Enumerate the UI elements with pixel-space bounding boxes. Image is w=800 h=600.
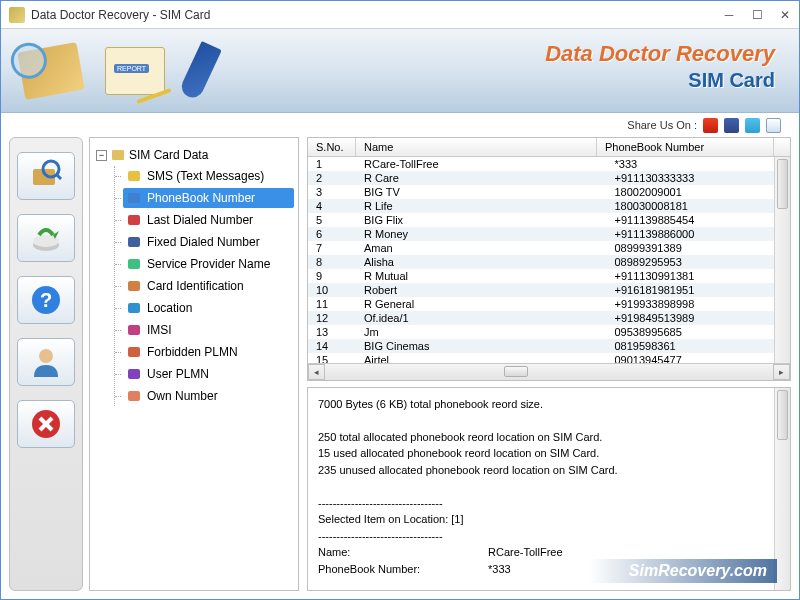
col-name[interactable]: Name	[356, 138, 597, 156]
table-row[interactable]: 13Jm09538995685	[308, 325, 790, 339]
cell-name: R General	[356, 297, 607, 311]
table-row[interactable]: 6R Money+911139886000	[308, 227, 790, 241]
cell-sno: 8	[308, 255, 356, 269]
cell-sno: 7	[308, 241, 356, 255]
footer-brand: SimRecovery.com	[589, 559, 777, 583]
tree-item-fixed[interactable]: Fixed Dialed Number	[123, 232, 294, 252]
export-button[interactable]	[17, 214, 75, 262]
cell-number: 08999391389	[607, 241, 791, 255]
tree-item-provider[interactable]: Service Provider Name	[123, 254, 294, 274]
googleplus-icon[interactable]	[703, 118, 718, 133]
tree-root[interactable]: − SIM Card Data	[94, 146, 294, 164]
minimize-button[interactable]: ─	[723, 9, 735, 21]
scroll-thumb[interactable]	[777, 390, 788, 440]
table-row[interactable]: 15Airtel09013945477	[308, 353, 790, 363]
help-button[interactable]: ?	[17, 276, 75, 324]
cell-number: 09538995685	[607, 325, 791, 339]
table-row[interactable]: 12Of.idea/1+919849513989	[308, 311, 790, 325]
banner-art	[21, 43, 211, 99]
cell-name: RCare-TollFree	[356, 157, 607, 171]
sim-icon	[111, 148, 125, 162]
banner: Data Doctor Recovery SIM Card	[1, 29, 799, 113]
cell-name: R Care	[356, 171, 607, 185]
tree-item-phonebook[interactable]: PhoneBook Number	[123, 188, 294, 208]
table-row[interactable]: 10Robert+916181981951	[308, 283, 790, 297]
table-row[interactable]: 2R Care+911130333333	[308, 171, 790, 185]
cell-sno: 14	[308, 339, 356, 353]
cell-sno: 13	[308, 325, 356, 339]
hscroll-thumb[interactable]	[504, 366, 528, 377]
imsi-icon	[127, 323, 141, 337]
search-sim-button[interactable]	[17, 152, 75, 200]
detail-selected: Selected Item on Location: [1]	[318, 511, 780, 528]
tree-item-dialed[interactable]: Last Dialed Number	[123, 210, 294, 230]
tree-panel: − SIM Card Data SMS (Text Messages)Phone…	[89, 137, 299, 591]
svg-rect-13	[128, 171, 140, 181]
left-toolbar: ?	[9, 137, 83, 591]
col-sno[interactable]: S.No.	[308, 138, 356, 156]
table-row[interactable]: 7Aman08999391389	[308, 241, 790, 255]
tree-item-imsi[interactable]: IMSI	[123, 320, 294, 340]
exit-button[interactable]	[17, 400, 75, 448]
cell-sno: 10	[308, 283, 356, 297]
tree-item-label: Own Number	[147, 389, 218, 403]
maximize-button[interactable]: ☐	[751, 9, 763, 21]
vertical-scrollbar[interactable]	[774, 157, 790, 363]
svg-rect-17	[128, 259, 140, 269]
close-button[interactable]: ✕	[779, 9, 791, 21]
collapse-icon[interactable]: −	[96, 150, 107, 161]
pen-icon	[178, 40, 222, 100]
cell-number: +911130991381	[607, 269, 791, 283]
tree-item-forbidden[interactable]: Forbidden PLMN	[123, 342, 294, 362]
separator: ----------------------------------	[318, 495, 780, 512]
svg-rect-23	[128, 391, 140, 401]
svg-rect-22	[128, 369, 140, 379]
cell-number: +911139886000	[607, 227, 791, 241]
share-icon[interactable]	[766, 118, 781, 133]
twitter-icon[interactable]	[745, 118, 760, 133]
tree-item-sms[interactable]: SMS (Text Messages)	[123, 166, 294, 186]
svg-rect-15	[128, 215, 140, 225]
svg-rect-12	[112, 150, 124, 160]
fixed-icon	[127, 235, 141, 249]
cell-name: R Mutual	[356, 269, 607, 283]
tree-item-userplmn[interactable]: User PLMN	[123, 364, 294, 384]
table-body[interactable]: 1RCare-TollFree*3332R Care+9111303333333…	[308, 157, 790, 363]
scroll-right-icon[interactable]: ▸	[773, 364, 790, 380]
cell-name: R Life	[356, 199, 607, 213]
cell-number: +911139885454	[607, 213, 791, 227]
cell-sno: 15	[308, 353, 356, 363]
table-row[interactable]: 5BIG Flix+911139885454	[308, 213, 790, 227]
svg-rect-18	[128, 281, 140, 291]
detail-used: 15 used allocated phonebook reord locati…	[318, 445, 780, 462]
tree-item-location[interactable]: Location	[123, 298, 294, 318]
table-row[interactable]: 8Alisha08989295953	[308, 255, 790, 269]
tree-item-own[interactable]: Own Number	[123, 386, 294, 406]
tree-item-cardid[interactable]: Card Identification	[123, 276, 294, 296]
sim-magnifier-icon	[17, 42, 84, 100]
cell-number: +919933898998	[607, 297, 791, 311]
svg-rect-20	[128, 325, 140, 335]
cell-number: +916181981951	[607, 283, 791, 297]
table-row[interactable]: 14BIG Cinemas0819598361	[308, 339, 790, 353]
table-row[interactable]: 1RCare-TollFree*333	[308, 157, 790, 171]
table-row[interactable]: 11R General+919933898998	[308, 297, 790, 311]
table-row[interactable]: 3BIG TV18002009001	[308, 185, 790, 199]
table-row[interactable]: 4R Life180030008181	[308, 199, 790, 213]
cell-sno: 6	[308, 227, 356, 241]
col-number[interactable]: PhoneBook Number	[597, 138, 774, 156]
export-icon	[29, 221, 63, 255]
facebook-icon[interactable]	[724, 118, 739, 133]
horizontal-scrollbar[interactable]: ◂ ▸	[308, 363, 790, 380]
tree-item-label: User PLMN	[147, 367, 209, 381]
svg-point-8	[39, 349, 53, 363]
cell-name: BIG TV	[356, 185, 607, 199]
scroll-thumb[interactable]	[777, 159, 788, 209]
cell-sno: 12	[308, 311, 356, 325]
table-row[interactable]: 9R Mutual+911130991381	[308, 269, 790, 283]
tree-item-label: PhoneBook Number	[147, 191, 255, 205]
user-button[interactable]	[17, 338, 75, 386]
scroll-left-icon[interactable]: ◂	[308, 364, 325, 380]
tree-item-label: SMS (Text Messages)	[147, 169, 264, 183]
svg-rect-14	[128, 193, 140, 203]
